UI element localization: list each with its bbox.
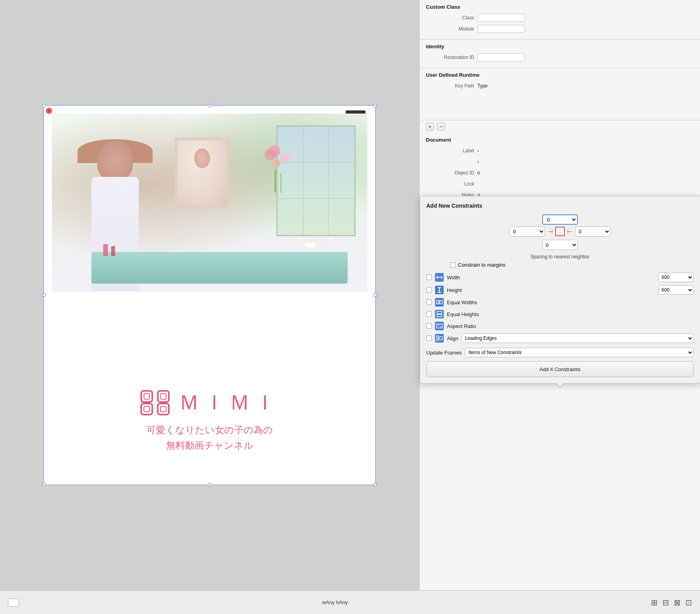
equal-widths-icon: = xyxy=(435,298,444,307)
custom-class-section: Custom Class Class Module xyxy=(420,0,700,40)
document-section: Document Label › › Object ID o Lock Note… xyxy=(420,133,700,206)
svg-rect-0 xyxy=(141,391,152,402)
svg-rect-1 xyxy=(158,391,169,402)
keypath-label: Key Path xyxy=(426,83,477,89)
equal-heights-label: Equal Heights xyxy=(447,311,479,317)
toolbar-right: ⊞ ⊟ ⊠ ⊡ xyxy=(651,598,692,607)
handle-mid-left[interactable] xyxy=(42,294,45,297)
svg-rect-12 xyxy=(439,287,440,293)
canvas-area: ✕ xyxy=(0,0,419,614)
label-chevron: › xyxy=(477,148,694,154)
add-constraints-button[interactable]: Add 4 Constraints xyxy=(426,361,694,377)
width-icon xyxy=(435,273,444,282)
constrain-margins-label: Constrain to margins xyxy=(458,262,505,268)
handle-top-center[interactable] xyxy=(208,104,211,107)
constraints-popup: Add New Constraints 0 0 ⊣ xyxy=(420,196,700,384)
handle-bottom-left[interactable] xyxy=(42,483,45,486)
align-select[interactable]: Leading Edges Trailing Edges Top Edges B… xyxy=(462,334,694,343)
japanese-subtitle: 可愛くなりたい女の子の為の 無料動画チャンネル xyxy=(146,423,273,453)
handle-mid-right[interactable] xyxy=(374,294,377,297)
right-spacing-select[interactable]: 0 xyxy=(575,226,611,237)
spacing-note: Spacing to nearest neighbor xyxy=(426,254,694,260)
label-field-label: Label xyxy=(426,148,477,154)
width-select[interactable]: 600 xyxy=(658,273,694,282)
module-field-row: Module xyxy=(426,24,694,34)
document-title: Document xyxy=(426,137,694,143)
constrain-margins-row: Constrain to margins xyxy=(426,262,694,268)
width-option: Width 600 xyxy=(426,273,694,282)
toolbar-icon-1[interactable]: ⊞ xyxy=(651,598,658,607)
handle-bottom-center[interactable] xyxy=(208,483,211,486)
equal-heights-checkbox[interactable] xyxy=(426,311,432,317)
width-label: Width xyxy=(447,275,460,280)
toolbar-size-label: wAny hAny xyxy=(19,599,651,605)
remove-button[interactable]: − xyxy=(437,123,445,131)
spacing-middle-row: 0 ⊣ ⊢ 0 xyxy=(509,226,611,237)
height-option: Height 600 xyxy=(426,285,694,295)
left-spacing-select[interactable]: 0 xyxy=(509,226,545,237)
identity-section: Identity Restoration ID xyxy=(420,40,700,68)
svg-rect-7 xyxy=(161,406,166,412)
handle-top-left[interactable] xyxy=(42,104,45,107)
add-button[interactable]: + xyxy=(426,123,434,131)
bottom-spacing-select[interactable]: 0 xyxy=(542,240,578,250)
spacing-grid: 0 0 ⊣ ⊢ 0 xyxy=(426,214,694,250)
svg-rect-3 xyxy=(158,404,169,415)
width-checkbox[interactable] xyxy=(426,275,432,280)
align-icon xyxy=(435,334,444,343)
close-button[interactable]: ✕ xyxy=(46,108,52,114)
label-field-row2: › xyxy=(426,157,694,167)
handle-bottom-right[interactable] xyxy=(374,483,377,486)
toolbar-icon-2[interactable]: ⊟ xyxy=(662,598,669,607)
svg-rect-8 xyxy=(558,229,562,233)
toolbar-icon-3[interactable]: ⊠ xyxy=(674,598,681,607)
handle-top-right[interactable] xyxy=(374,104,377,107)
height-checkbox[interactable] xyxy=(426,287,432,293)
object-id-row: Object ID o xyxy=(426,168,694,178)
toolbar-left xyxy=(8,599,19,606)
branding-section: ＭＩＭＩ 可愛くなりたい女の子の為の 無料動画チャンネル xyxy=(44,389,375,453)
user-defined-title: User Defined Runtime xyxy=(426,72,694,78)
top-spacing-input[interactable]: 0 xyxy=(542,214,578,225)
align-checkbox[interactable] xyxy=(426,335,432,341)
aspect-ratio-checkbox[interactable] xyxy=(426,323,432,329)
lock-label: Lock xyxy=(426,181,477,187)
module-input[interactable] xyxy=(477,25,525,33)
equal-heights-icon xyxy=(435,310,444,318)
update-frames-label: Update Frames xyxy=(426,350,462,356)
equal-widths-option: = Equal Widths xyxy=(426,298,694,307)
svg-rect-14 xyxy=(438,292,441,293)
label-chevron2: › xyxy=(477,159,694,165)
lock-row: Lock xyxy=(426,179,694,189)
height-select[interactable]: 600 xyxy=(658,285,694,295)
update-frames-select[interactable]: Items of New Constraints All Frames in C… xyxy=(465,348,694,357)
right-panel: Custom Class Class Module Identity Resto… xyxy=(419,0,700,614)
toolbar-icon-4[interactable]: ⊡ xyxy=(685,598,692,607)
height-icon xyxy=(435,286,444,294)
table-surface xyxy=(91,252,348,284)
view-toggle[interactable] xyxy=(8,599,19,606)
constrain-margins-checkbox[interactable] xyxy=(450,262,456,268)
mirror xyxy=(163,137,242,236)
custom-class-title: Custom Class xyxy=(426,4,694,10)
object-id-value: o xyxy=(477,170,694,176)
svg-rect-2 xyxy=(141,404,152,415)
restoration-id-input[interactable] xyxy=(477,53,525,61)
svg-text:=: = xyxy=(437,302,439,304)
popup-arrow xyxy=(556,383,564,388)
svg-rect-23 xyxy=(439,337,442,340)
svg-rect-13 xyxy=(438,287,441,288)
aspect-ratio-icon xyxy=(435,322,444,330)
svg-rect-16 xyxy=(440,301,442,304)
equal-widths-label: Equal Widths xyxy=(447,299,477,305)
identity-title: Identity xyxy=(426,44,694,49)
arrow-left: ⊣ xyxy=(547,228,553,235)
svg-line-21 xyxy=(437,324,442,328)
restoration-id-row: Restoration ID xyxy=(426,53,694,62)
equal-widths-checkbox[interactable] xyxy=(426,299,432,305)
class-input[interactable] xyxy=(477,14,525,22)
svg-rect-6 xyxy=(144,406,149,412)
equal-heights-option: Equal Heights xyxy=(426,310,694,318)
aspect-ratio-label: Aspect Ratio xyxy=(447,323,476,329)
svg-rect-18 xyxy=(437,311,442,314)
